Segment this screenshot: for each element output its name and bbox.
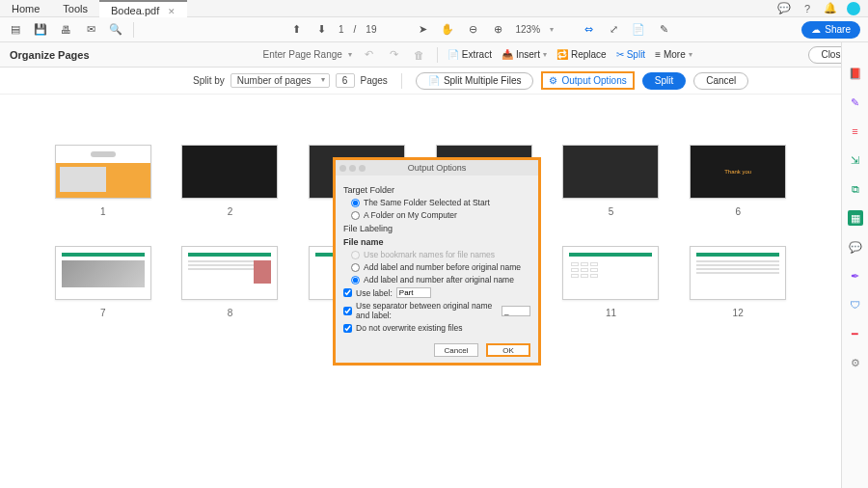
page-thumb-11[interactable]: 11 — [556, 246, 666, 318]
page-thumb-6[interactable]: 6 — [683, 145, 793, 217]
save-icon[interactable]: 💾 — [33, 22, 48, 38]
page-range-label: Enter Page Range — [263, 49, 342, 60]
page-number: 5 — [609, 206, 614, 217]
search-icon[interactable]: 🔍 — [108, 22, 123, 38]
page-total: 19 — [366, 24, 376, 35]
no-overwrite-check[interactable]: Do not overwrite existing files — [343, 323, 530, 333]
tool-more-icon[interactable]: ⚙ — [848, 355, 863, 370]
use-bookmark-radio: Use bookmark names for file names — [351, 250, 530, 259]
dialog-ok-button[interactable]: OK — [486, 343, 530, 357]
separator — [401, 73, 402, 89]
tool-protect-icon[interactable]: 🛡 — [848, 297, 863, 312]
page-thumb-2[interactable]: 2 — [176, 145, 285, 217]
split-button[interactable]: Split — [642, 72, 686, 90]
tab-home[interactable]: Home — [0, 0, 51, 17]
rotate-right-icon[interactable]: ↷ — [387, 47, 402, 63]
organize-pages-title: Organize Pages — [10, 49, 90, 61]
tool-form-icon[interactable]: ≡ — [848, 123, 863, 139]
separator — [133, 22, 134, 38]
sidebar-toggle-icon[interactable]: ▤ — [8, 22, 23, 38]
chevron-down-icon[interactable]: ▾ — [550, 25, 554, 34]
label-after-radio[interactable]: Add label and number after original name — [351, 275, 530, 285]
tool-organize-icon[interactable]: ▦ — [848, 210, 863, 226]
tool-combine-icon[interactable]: ⧉ — [848, 181, 863, 197]
tool-redact-icon[interactable]: ━ — [848, 326, 863, 341]
chat-icon[interactable]: 💬 — [777, 2, 791, 15]
print-icon[interactable]: 🖶 — [58, 22, 73, 38]
zoom-in-icon[interactable]: ⊕ — [490, 22, 505, 38]
bell-icon[interactable]: 🔔 — [824, 2, 837, 15]
fit-page-icon[interactable]: ⤢ — [606, 22, 621, 38]
dialog-title-bar: Output Options — [336, 160, 538, 176]
output-options-dialog: Output Options Target Folder The Same Fo… — [333, 157, 541, 366]
splitby-label: Split by — [193, 75, 225, 86]
page-range-input[interactable]: Enter Page Range ▾ — [263, 49, 352, 60]
file-name-heading: File name — [343, 237, 530, 247]
rotate-left-icon[interactable]: ↶ — [362, 47, 377, 63]
page-number: 7 — [100, 308, 106, 318]
dialog-title: Output Options — [408, 163, 467, 173]
page-number: 8 — [228, 308, 233, 318]
traffic-lights[interactable] — [339, 165, 366, 172]
target-folder-heading: Target Folder — [343, 185, 530, 195]
separator-input[interactable] — [502, 306, 530, 316]
insert-button[interactable]: 📥Insert▾ — [502, 49, 547, 60]
tab-document[interactable]: Bodea.pdf ✕ — [99, 0, 187, 17]
page-thumb-7[interactable]: 7 — [48, 246, 158, 318]
split-multiple-files-button[interactable]: 📄Split Multiple Files — [416, 72, 534, 90]
tool-comment-icon[interactable]: 💬 — [848, 239, 863, 255]
use-label-check[interactable]: Use label: — [343, 287, 530, 298]
tool-export-icon[interactable]: ⇲ — [848, 152, 863, 168]
page-down-icon[interactable]: ⬇ — [313, 22, 329, 38]
label-before-radio[interactable]: Add label and number before original nam… — [351, 262, 530, 272]
extract-button[interactable]: 📄Extract — [448, 49, 492, 60]
tool-edit-pdf-icon[interactable]: ✎ — [848, 95, 863, 110]
help-icon[interactable]: ? — [800, 2, 814, 15]
chevron-down-icon: ▾ — [348, 50, 352, 59]
dialog-cancel-button[interactable]: Cancel — [434, 343, 478, 357]
same-folder-radio[interactable]: The Same Folder Selected at Start — [351, 198, 530, 207]
page-number: 11 — [606, 308, 616, 318]
output-options-button[interactable]: ⚙Output Options — [541, 71, 634, 90]
pointer-icon[interactable]: ➤ — [415, 22, 430, 38]
fit-width-icon[interactable]: ⇔ — [581, 22, 596, 38]
page-number: 6 — [735, 206, 741, 217]
page-current[interactable]: 1 — [339, 24, 344, 35]
split-mode-select[interactable]: Number of pages — [231, 73, 330, 88]
tool-create-pdf-icon[interactable]: 📕 — [848, 66, 863, 81]
mail-icon[interactable]: ✉ — [83, 22, 98, 38]
tab-document-label: Bodea.pdf — [111, 5, 159, 16]
zoom-out-icon[interactable]: ⊖ — [465, 22, 480, 38]
avatar[interactable] — [847, 2, 860, 15]
sign-icon[interactable]: ✎ — [656, 22, 671, 38]
hand-icon[interactable]: ✋ — [440, 22, 455, 38]
page-up-icon[interactable]: ⬆ — [288, 22, 304, 38]
cancel-button[interactable]: Cancel — [693, 72, 748, 90]
right-sidebar: 📕 ✎ ≡ ⇲ ⧉ ▦ 💬 ✒ 🛡 ━ ⚙ — [841, 42, 868, 488]
replace-button[interactable]: 🔁Replace — [556, 49, 607, 60]
page-thumb-12[interactable]: 12 — [683, 246, 793, 318]
split-count-input[interactable]: 6 — [336, 73, 355, 88]
page-thumb-1[interactable]: 1 — [48, 145, 158, 217]
page-number: 1 — [100, 206, 106, 217]
file-labeling-heading: File Labeling — [343, 224, 530, 233]
page-sep: / — [354, 24, 357, 35]
share-button[interactable]: Share — [801, 21, 860, 39]
more-button[interactable]: ≡More▾ — [655, 49, 692, 60]
read-mode-icon[interactable]: 📄 — [631, 22, 646, 38]
separator — [437, 47, 438, 63]
page-thumb-8[interactable]: 8 — [176, 246, 285, 318]
pages-label: Pages — [361, 75, 388, 86]
tool-sign-icon[interactable]: ✒ — [848, 268, 863, 284]
my-computer-radio[interactable]: A Folder on My Computer — [351, 210, 530, 220]
page-thumb-5[interactable]: 5 — [556, 145, 666, 217]
page-number: 12 — [733, 308, 744, 318]
use-separator-check[interactable]: Use separator between original name and … — [343, 301, 530, 320]
split-tool-button[interactable]: ✂Split — [616, 49, 645, 60]
close-tab-icon[interactable]: ✕ — [168, 7, 176, 16]
label-input[interactable] — [396, 287, 431, 298]
page-number: 2 — [228, 206, 233, 217]
tab-tools[interactable]: Tools — [51, 0, 99, 17]
delete-icon[interactable]: 🗑 — [412, 47, 427, 63]
zoom-value[interactable]: 123% — [515, 24, 540, 35]
